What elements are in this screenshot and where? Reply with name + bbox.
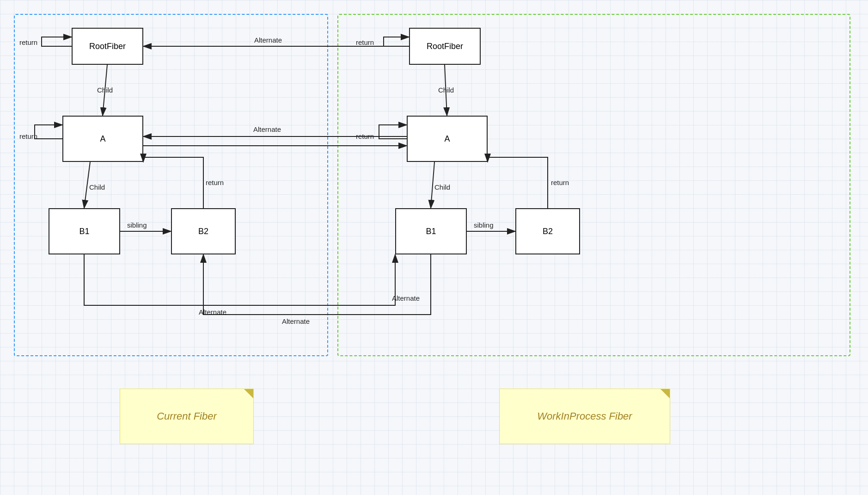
note-current: Current Fiber: [120, 389, 254, 444]
cur-b1-box: B1: [49, 208, 120, 254]
region-current: [14, 14, 328, 356]
note-wip: WorkInProcess Fiber: [499, 389, 670, 444]
wip-b2-box: B2: [515, 208, 580, 254]
region-wip: [337, 14, 850, 356]
wip-b1-box: B1: [395, 208, 467, 254]
cur-rootfiber-box: RootFiber: [72, 28, 143, 65]
cur-b2-box: B2: [171, 208, 236, 254]
cur-a-box: A: [62, 116, 143, 162]
diagram-container: RootFiber A B1 B2 RootFiber A B1 B2 Curr…: [0, 0, 868, 495]
wip-rootfiber-box: RootFiber: [409, 28, 481, 65]
wip-a-box: A: [407, 116, 488, 162]
